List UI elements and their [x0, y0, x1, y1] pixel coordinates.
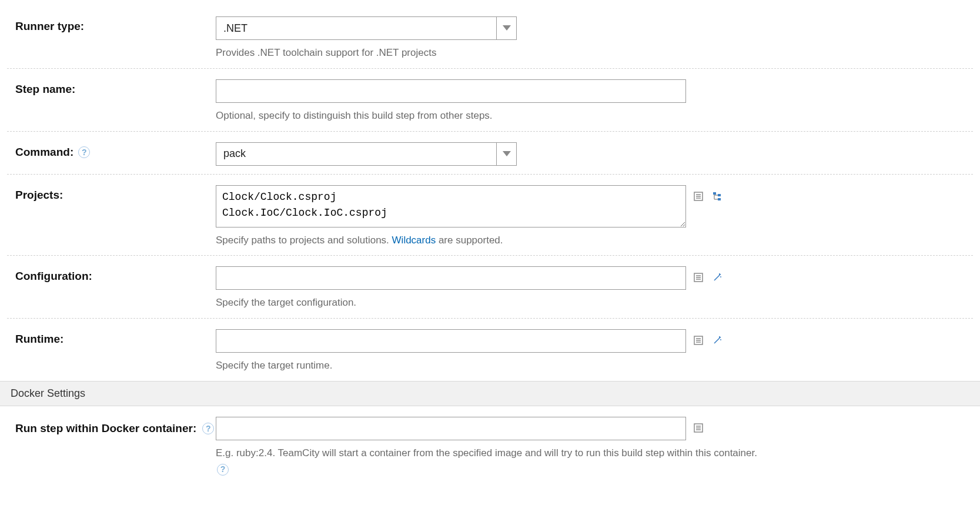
runtime-label: Runtime:	[7, 329, 216, 346]
svg-marker-1	[503, 151, 511, 156]
runtime-help: Specify the target runtime.	[216, 359, 966, 373]
configuration-label: Configuration:	[7, 266, 216, 283]
svg-rect-7	[718, 194, 721, 196]
tree-icon[interactable]	[711, 190, 724, 203]
runner-type-label: Runner type:	[7, 16, 216, 33]
chevron-down-icon[interactable]	[496, 17, 516, 39]
runner-type-select[interactable]: .NET	[216, 16, 517, 40]
help-icon[interactable]: ?	[78, 146, 90, 158]
runtime-input[interactable]	[216, 329, 686, 353]
command-label: Command: ?	[7, 142, 216, 159]
command-select[interactable]: pack	[216, 142, 517, 166]
help-icon[interactable]: ?	[202, 423, 214, 434]
projects-help: Specify paths to projects and solutions.…	[216, 233, 966, 247]
svg-rect-6	[713, 192, 716, 195]
step-name-input[interactable]	[216, 79, 686, 103]
help-icon[interactable]: ?	[217, 464, 229, 476]
configuration-help: Specify the target configuration.	[216, 296, 966, 310]
wand-icon[interactable]	[711, 271, 724, 284]
wand-icon[interactable]	[711, 334, 724, 347]
svg-line-24	[714, 338, 720, 343]
wildcards-link[interactable]: Wildcards	[392, 235, 436, 246]
projects-input[interactable]	[216, 185, 686, 227]
command-value: pack	[216, 143, 496, 165]
list-icon[interactable]	[692, 190, 705, 203]
list-icon[interactable]	[692, 421, 705, 434]
configuration-input[interactable]	[216, 266, 686, 290]
svg-rect-8	[718, 198, 721, 200]
svg-line-16	[714, 275, 720, 280]
list-icon[interactable]	[692, 334, 705, 347]
svg-marker-0	[503, 25, 511, 31]
docker-container-help: E.g. ruby:2.4. TeamCity will start a con…	[216, 446, 966, 476]
docker-settings-header: Docker Settings	[0, 381, 980, 406]
chevron-down-icon[interactable]	[496, 143, 516, 165]
step-name-label: Step name:	[7, 79, 216, 96]
docker-container-label: Run step within Docker container: ?	[7, 417, 216, 437]
docker-container-input[interactable]	[216, 417, 686, 440]
runner-type-value: .NET	[216, 17, 496, 39]
list-icon[interactable]	[692, 271, 705, 284]
step-name-help: Optional, specify to distinguish this bu…	[216, 109, 966, 123]
runner-type-help: Provides .NET toolchain support for .NET…	[216, 46, 966, 60]
projects-label: Projects:	[7, 185, 216, 202]
